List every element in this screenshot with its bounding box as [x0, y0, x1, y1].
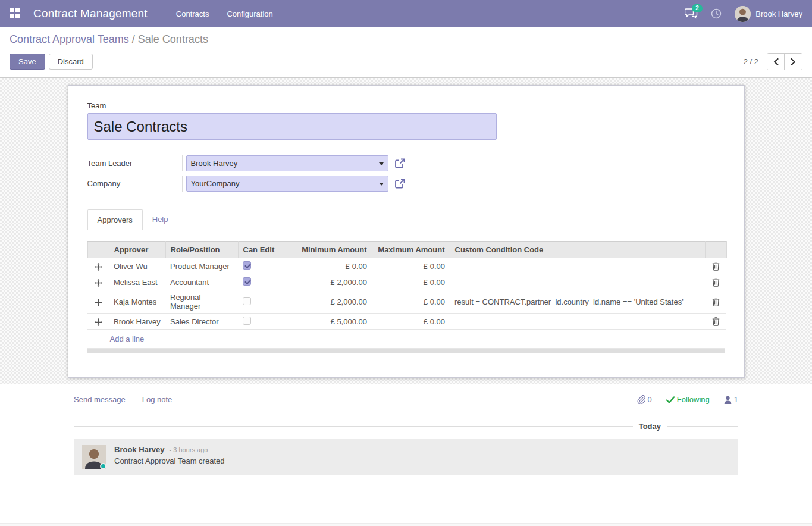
approver-column-header[interactable]: Approver [109, 242, 165, 258]
pager [767, 53, 802, 70]
tab-help[interactable]: Help [143, 209, 178, 230]
company-label: Company [87, 176, 183, 192]
delete-row-icon[interactable] [712, 298, 720, 306]
max-amount-column-header[interactable]: Maximum Amount [372, 242, 450, 258]
max-amount-cell[interactable]: £ 0.00 [372, 314, 450, 330]
user-menu[interactable]: Brook Harvey [735, 6, 802, 22]
menu-item-contracts[interactable]: Contracts [176, 10, 209, 18]
approvers-table: Approver Role/Position Can Edit Minimum … [87, 241, 727, 330]
min-amount-column-header[interactable]: Minimum Amount [286, 242, 372, 258]
team-leader-select[interactable]: Brook Harvey [186, 155, 388, 171]
paperclip-icon [637, 395, 645, 404]
approver-cell[interactable]: Oliver Wu [109, 258, 165, 274]
following-button[interactable]: Following [666, 395, 710, 404]
approver-cell[interactable]: Brook Harvey [109, 314, 165, 330]
table-horizontal-scrollbar[interactable] [87, 349, 725, 353]
log-note-button[interactable]: Log note [142, 395, 173, 404]
delete-row-icon[interactable] [712, 278, 720, 287]
can-edit-checkbox[interactable] [243, 261, 251, 270]
pager-count: 2 / 2 [744, 57, 758, 66]
can-edit-checkbox[interactable] [243, 297, 251, 305]
chevron-down-icon [379, 183, 384, 186]
team-leader-value: Brook Harvey [191, 159, 238, 168]
following-label: Following [677, 395, 710, 404]
drag-handle-icon[interactable] [95, 299, 102, 306]
role-column-header[interactable]: Role/Position [165, 242, 238, 258]
approver-cell[interactable]: Melissa East [109, 274, 165, 290]
handle-column-header [87, 242, 109, 258]
pager-previous-icon[interactable] [767, 54, 785, 70]
team-leader-external-link-icon[interactable] [394, 158, 406, 169]
attachments-count: 0 [648, 395, 652, 404]
message-author-name[interactable]: Brook Harvey [114, 445, 165, 454]
chatter-message: Brook Harvey - 3 hours ago Contract Appr… [74, 439, 738, 475]
form-view-background: Team Team Leader Brook Harvey Company [0, 78, 812, 384]
table-header-row: Approver Role/Position Can Edit Minimum … [87, 242, 726, 258]
min-amount-cell[interactable]: £ 2,000.00 [286, 290, 372, 314]
can-edit-checkbox[interactable] [243, 317, 251, 325]
add-a-line-link[interactable]: Add a line [87, 330, 725, 349]
condition-cell[interactable] [450, 258, 705, 274]
menu-item-configuration[interactable]: Configuration [227, 10, 272, 18]
control-panel: Contract Approval Teams / Sale Contracts… [0, 27, 812, 78]
can-edit-column-header[interactable]: Can Edit [238, 242, 286, 258]
messages-icon[interactable]: 2 [685, 8, 698, 19]
activity-clock-icon[interactable] [711, 8, 722, 19]
date-separator-label: Today [633, 422, 667, 431]
max-amount-cell[interactable]: £ 0.00 [372, 274, 450, 290]
max-amount-cell[interactable]: £ 0.00 [372, 258, 450, 274]
chevron-down-icon [379, 162, 384, 165]
chatter: Send message Log note 0 Following 1 Toda… [0, 384, 812, 508]
followers-count: 1 [734, 395, 738, 404]
notebook-tabs: Approvers Help [87, 209, 725, 230]
role-cell[interactable]: Sales Director [165, 314, 238, 330]
breadcrumb: Contract Approval Teams / Sale Contracts [10, 33, 802, 46]
followers-button[interactable]: 1 [724, 395, 738, 404]
role-cell[interactable]: Accountant [165, 274, 238, 290]
max-amount-cell[interactable]: £ 0.00 [372, 290, 450, 314]
message-body: Contract Approval Team created [114, 456, 224, 465]
company-select[interactable]: YourCompany [186, 176, 388, 192]
app-title: Contract Management [33, 7, 148, 20]
team-leader-label: Team Leader [87, 155, 183, 171]
approvers-table-body: Oliver Wu Product Manager £ 0.00 £ 0.00 … [87, 258, 726, 330]
table-row: Melissa East Accountant £ 2,000.00 £ 0.0… [87, 274, 726, 290]
messages-count-badge: 2 [692, 4, 703, 12]
form-sheet: Team Team Leader Brook Harvey Company [68, 85, 745, 378]
attachments-button[interactable]: 0 [637, 395, 652, 404]
drag-handle-icon[interactable] [95, 318, 102, 326]
person-icon [724, 396, 732, 404]
table-row: Oliver Wu Product Manager £ 0.00 £ 0.00 [87, 258, 726, 274]
apps-grid-icon[interactable] [10, 8, 21, 20]
table-row: Kaja Montes Regional Manager £ 2,000.00 … [87, 290, 726, 314]
user-avatar [735, 6, 751, 22]
condition-cell[interactable] [450, 314, 705, 330]
delete-row-icon[interactable] [712, 262, 720, 271]
role-cell[interactable]: Regional Manager [165, 290, 238, 314]
breadcrumb-parent-link[interactable]: Contract Approval Teams [10, 33, 129, 45]
min-amount-cell[interactable]: £ 0.00 [286, 258, 372, 274]
team-name-input[interactable] [87, 113, 497, 140]
delete-row-icon[interactable] [712, 317, 720, 326]
save-button[interactable]: Save [10, 54, 45, 70]
condition-cell[interactable] [450, 274, 705, 290]
user-name: Brook Harvey [755, 10, 802, 18]
pager-next-icon[interactable] [785, 54, 802, 70]
breadcrumb-current: Sale Contracts [138, 33, 208, 45]
tab-approvers[interactable]: Approvers [87, 209, 143, 230]
discard-button[interactable]: Discard [49, 54, 93, 70]
condition-cell[interactable]: result = CONTRACT.partner_id.country_id.… [450, 290, 705, 314]
drag-handle-icon[interactable] [95, 279, 102, 287]
condition-column-header[interactable]: Custom Condition Code [450, 242, 705, 258]
min-amount-cell[interactable]: £ 2,000.00 [286, 274, 372, 290]
company-external-link-icon[interactable] [394, 178, 406, 189]
can-edit-checkbox[interactable] [243, 277, 251, 286]
send-message-button[interactable]: Send message [74, 395, 126, 404]
min-amount-cell[interactable]: £ 5,000.00 [286, 314, 372, 330]
breadcrumb-separator: / [132, 33, 138, 45]
drag-handle-icon[interactable] [95, 263, 102, 271]
role-cell[interactable]: Product Manager [165, 258, 238, 274]
approver-cell[interactable]: Kaja Montes [109, 290, 165, 314]
team-field-label: Team [87, 101, 725, 110]
company-value: YourCompany [191, 179, 240, 188]
